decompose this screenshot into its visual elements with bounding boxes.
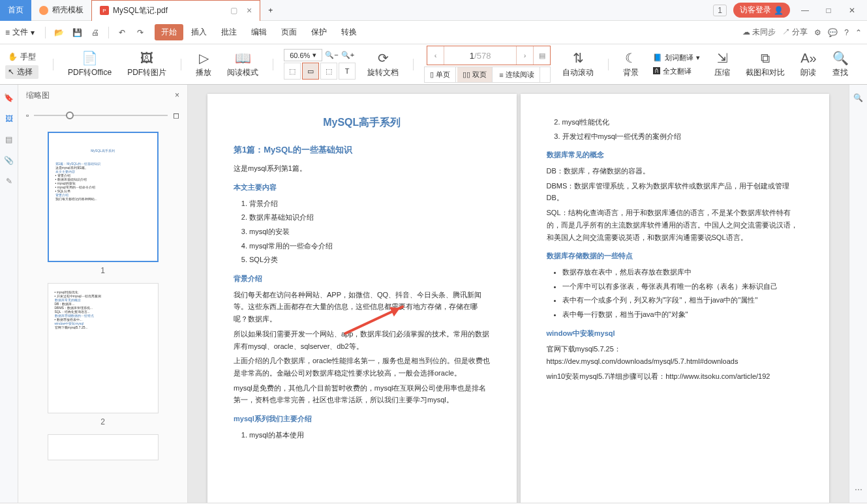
dict-translate-button[interactable]: 📘 划词翻译 ▾ bbox=[650, 52, 703, 64]
large-thumb-icon[interactable]: ◻ bbox=[173, 111, 179, 120]
rtab-protect[interactable]: 保护 bbox=[305, 24, 333, 40]
thumb-slider[interactable] bbox=[34, 115, 168, 116]
tab-count[interactable]: 1 bbox=[713, 5, 727, 16]
book-icon: 📖 bbox=[235, 50, 251, 66]
tab-daoke-label: 稻壳模板 bbox=[52, 5, 84, 16]
next-page-icon[interactable]: › bbox=[516, 46, 533, 65]
minimize-icon[interactable]: — bbox=[797, 2, 814, 19]
rtab-convert[interactable]: 转换 bbox=[335, 24, 363, 40]
undo-icon[interactable]: ↶ bbox=[114, 25, 130, 40]
tab-daoke[interactable]: 稻壳模板 bbox=[31, 0, 91, 21]
feature-list: 数据存放在表中，然后表存放在数据库中 一个库中可以有多张表，每张表具有唯一的名称… bbox=[547, 266, 804, 321]
autoscroll-button[interactable]: ⇅自动滚动 bbox=[558, 48, 598, 81]
rtab-edit[interactable]: 编辑 bbox=[245, 24, 273, 40]
play-button[interactable]: ▷播放 bbox=[192, 48, 215, 81]
text-reflow-icon[interactable]: T bbox=[339, 63, 356, 80]
hand-tool[interactable]: ✋ 手型 bbox=[5, 50, 38, 64]
image-icon: 🖼 bbox=[140, 51, 153, 66]
note-icon[interactable]: ✎ bbox=[3, 175, 16, 188]
compress-button[interactable]: ⇲压缩 bbox=[710, 48, 734, 81]
series-list: mysql的基本使用 bbox=[234, 429, 491, 441]
single-page-button[interactable]: ▯ 单页 bbox=[425, 67, 456, 82]
thumbnail-list[interactable]: MySQL高手系列第1篇：MySQL的一些基础知识这是mysql系列第1篇。本文… bbox=[18, 125, 187, 503]
rtab-insert[interactable]: 插入 bbox=[185, 24, 213, 40]
tab-add[interactable]: + bbox=[260, 0, 281, 21]
goto-page-icon[interactable]: ▤ bbox=[533, 46, 550, 65]
small-thumb-icon[interactable]: ▫ bbox=[26, 111, 29, 120]
print-icon[interactable]: 🖨 bbox=[87, 25, 103, 40]
rotate-button[interactable]: ⟳旋转文档 bbox=[363, 48, 403, 81]
series-list-cont: mysql性能优化 开发过程中mysql一些优秀的案例介绍 bbox=[547, 116, 804, 142]
zoom-select[interactable]: 60.6%▾ bbox=[284, 49, 322, 61]
continuous-button[interactable]: ≡ 连续阅读 bbox=[494, 67, 540, 82]
pin-icon[interactable]: ▢ bbox=[230, 6, 237, 15]
maximize-icon[interactable]: □ bbox=[820, 2, 837, 19]
more-side-icon[interactable]: ⋯ bbox=[852, 483, 865, 496]
tab-pdf[interactable]: P MySQL笔记.pdf ▢ × bbox=[91, 0, 260, 21]
compare-button[interactable]: ⧉截图和对比 bbox=[742, 48, 789, 81]
main-content: 🔖 🖼 ▤ 📎 ✎ 缩略图 × ▫ ◻ MySQL高手系列第1篇：MySQL的一… bbox=[0, 85, 867, 503]
rtab-comment[interactable]: 批注 bbox=[215, 24, 243, 40]
thumb-page-1[interactable]: MySQL高手系列第1篇：MySQL的一些基础知识这是mysql系列第1篇。本文… bbox=[31, 132, 174, 275]
thumbnail-icon[interactable]: 🖼 bbox=[3, 112, 16, 125]
screenshot-icon: ⧉ bbox=[761, 51, 770, 66]
rotate-icon: ⟳ bbox=[378, 50, 389, 66]
page-navigator: ‹ 1/578 › ▤ bbox=[427, 46, 551, 65]
page-input[interactable]: 1/578 bbox=[444, 51, 516, 61]
pdf-to-pic-button[interactable]: 🖼PDF转图片 bbox=[123, 48, 170, 81]
full-translate-button[interactable]: 🅰 全文翻译 bbox=[650, 65, 703, 78]
thumb-page-3[interactable] bbox=[31, 434, 174, 460]
read-mode-button[interactable]: 📖阅读模式 bbox=[223, 48, 262, 81]
collapse-icon[interactable]: ⌃ bbox=[855, 28, 862, 37]
sync-status[interactable]: ☁ 未同步 bbox=[742, 27, 776, 38]
tab-home[interactable]: 首页 bbox=[0, 0, 31, 21]
rtab-page[interactable]: 页面 bbox=[275, 24, 303, 40]
fit-width-icon[interactable]: ⬚ bbox=[284, 63, 301, 80]
zoom-in-icon[interactable]: 🔍+ bbox=[341, 51, 354, 59]
open-icon[interactable]: 📂 bbox=[51, 25, 67, 40]
bookmark-icon[interactable]: 🔖 bbox=[3, 91, 16, 104]
read-aloud-button[interactable]: A»朗读 bbox=[797, 48, 820, 81]
thumbnail-panel: 缩略图 × ▫ ◻ MySQL高手系列第1篇：MySQL的一些基础知识这是mys… bbox=[18, 85, 188, 503]
doc-title: MySQL高手系列 bbox=[234, 113, 491, 131]
close-window-icon[interactable]: ✕ bbox=[844, 2, 860, 19]
select-tool[interactable]: ↖ 选择 bbox=[5, 65, 38, 79]
pdf-icon: P bbox=[100, 6, 109, 15]
zoom-group: 60.6%▾ 🔍− 🔍+ ⬚ ▭ ⬚ T bbox=[284, 49, 356, 80]
background-button[interactable]: ☾背景 bbox=[619, 48, 643, 81]
help-icon[interactable]: ? bbox=[844, 28, 849, 37]
redo-icon[interactable]: ↷ bbox=[132, 25, 148, 40]
feedback-icon[interactable]: 💬 bbox=[828, 28, 838, 37]
file-menu[interactable]: ≡ 文件 ▾ bbox=[5, 27, 40, 38]
outline-icon[interactable]: ▤ bbox=[3, 133, 16, 146]
tab-bar: 首页 稻壳模板 P MySQL笔记.pdf ▢ × + 1 访客登录👤 — □ … bbox=[0, 0, 867, 21]
select-area-icon[interactable]: ⬚ bbox=[320, 63, 337, 80]
login-button[interactable]: 访客登录👤 bbox=[733, 3, 790, 18]
document-viewer[interactable]: ⊡ MySQL高手系列 第1篇：MySQL的一些基础知识 这是mysql系列第1… bbox=[188, 85, 849, 503]
avatar-icon: 👤 bbox=[774, 6, 783, 15]
settings-icon[interactable]: ⚙ bbox=[814, 28, 821, 37]
close-panel-icon[interactable]: × bbox=[175, 91, 179, 100]
zoom-out-icon[interactable]: 🔍− bbox=[325, 51, 338, 59]
save-icon[interactable]: 💾 bbox=[69, 25, 85, 40]
attachment-icon[interactable]: 📎 bbox=[3, 154, 16, 167]
find-button[interactable]: 🔍查找 bbox=[829, 48, 853, 81]
play-icon: ▷ bbox=[199, 50, 209, 66]
rtab-start[interactable]: 开始 bbox=[155, 24, 183, 40]
close-icon[interactable]: × bbox=[247, 5, 252, 16]
double-page-button[interactable]: ▯▯ 双页 bbox=[457, 67, 493, 82]
pdf-to-office-button[interactable]: 📄PDF转Office bbox=[64, 48, 115, 81]
left-sidebar: 🔖 🖼 ▤ 📎 ✎ bbox=[0, 85, 18, 503]
share-button[interactable]: ↗ 分享 bbox=[782, 27, 808, 38]
thumbnail-title: 缩略图 bbox=[26, 90, 50, 101]
daoke-icon bbox=[39, 6, 48, 15]
cursor-tools: ✋ 手型 ↖ 选择 bbox=[5, 50, 42, 79]
fit-page-icon[interactable]: ▭ bbox=[302, 63, 319, 80]
ribbon-tabs: 开始 插入 批注 编辑 页面 保护 转换 bbox=[155, 24, 363, 40]
thumb-page-2[interactable]: • mysql性能优化• 开发过程中mysql一些优秀案例数据库常见的概念DB：… bbox=[31, 283, 174, 426]
search-side-icon[interactable]: 🔍 bbox=[852, 91, 865, 104]
compress-icon: ⇲ bbox=[717, 50, 728, 66]
translate-group: 📘 划词翻译 ▾ 🅰 全文翻译 bbox=[650, 52, 703, 78]
dropdown-icon: ▾ bbox=[312, 51, 316, 59]
prev-page-icon[interactable]: ‹ bbox=[427, 46, 444, 65]
